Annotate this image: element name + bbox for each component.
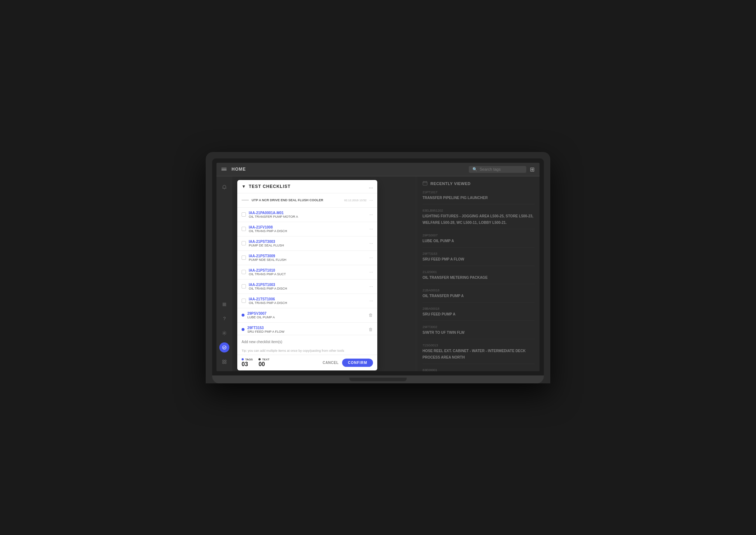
laptop-outer: HOME 🔍 ⊞ [206,152,550,383]
item-checkbox[interactable] [242,212,246,217]
tip-text: Tip: you can add multiple items at once … [237,347,377,355]
list-item-bullet: 29FT3153 SRU FEED PMP A FLOW 🗑 [237,323,377,335]
item-content: IAA-21PST3009 PUMP NDE SEAL FLUSH [249,254,367,262]
item-more-button[interactable]: ··· [369,269,373,275]
item-tag: IAA-21PST3003 [249,240,367,244]
tags-count-group: TAGS 03 [242,358,253,368]
tags-count: 03 [242,361,248,368]
item-bullet-dot [242,328,244,331]
item-tag: IAA-21PST3009 [249,254,367,258]
item-bullet-dot [242,314,244,317]
item-name: OIL TRANS PMP A SUCT [249,272,367,276]
item-content: IAA-21PST1003 OIL TRANS PMP A DISCH [249,283,367,290]
item-more-button[interactable]: ··· [369,255,373,260]
sidebar-icon-list[interactable] [219,299,229,309]
item-name: PUMP NDE SEAL FLUSH [249,258,367,262]
sidebar-icon-bell[interactable] [219,182,229,192]
text-label: TEXT [258,358,269,361]
item-line [242,200,249,200]
main-content: ? [216,176,540,371]
sidebar-icon-settings[interactable] [219,328,229,338]
svg-rect-5 [223,360,224,361]
item-more-button[interactable]: ··· [369,198,373,203]
list-item-bullet: 29PSV3007 LUBE OIL PUMP A 🗑 [237,308,377,323]
menu-button[interactable] [221,168,227,171]
item-tag: IAA-21TST1006 [249,297,367,301]
item-date: 02.12.2019 13:52 [344,199,367,202]
item-more-button[interactable]: ··· [369,298,373,303]
search-bar[interactable]: 🔍 [469,166,526,173]
item-checkbox[interactable] [242,255,246,260]
tags-label: TAGS [242,358,253,361]
collapse-icon[interactable]: ▼ [242,184,246,189]
svg-rect-1 [223,304,226,305]
list-item: IAA-21PST3003 PUMP DE SEAL FLUSH ··· [237,236,377,251]
list-item: IAA-21PST1010 OIL TRANS PMP A SUCT ··· [237,265,377,280]
modal-title: TEST CHECKLIST [249,184,369,189]
item-name: LUBE OIL PUMP A [247,315,366,319]
item-tag: IAA-21PA0001A-M01 [249,211,367,215]
item-tag: IAA-21PST1003 [249,283,367,287]
search-icon: 🔍 [472,167,477,172]
text-count: 00 [258,361,265,368]
laptop-base [212,375,544,383]
list-item: IAA-21PST3009 PUMP NDE SEAL FLUSH ··· [237,251,377,265]
checklist-modal: ▼ TEST CHECKLIST ... [237,180,377,370]
add-item-input[interactable] [242,340,373,344]
item-tag: IAA-21FV1008 [249,225,367,229]
item-checkbox[interactable] [242,241,246,245]
confirm-button[interactable]: CONFIRM [342,359,373,367]
item-more-button[interactable]: ··· [369,212,373,217]
sidebar-icon-active[interactable] [219,342,229,352]
item-name: OIL TRANS PMP A DISCH [249,301,367,305]
svg-rect-8 [225,362,226,364]
laptop-screen: HOME 🔍 ⊞ [216,163,540,371]
svg-rect-7 [223,362,224,364]
sidebar-bottom: ? [219,299,229,367]
modal-overlay: ▼ TEST CHECKLIST ... [232,176,540,371]
item-content: IAA-21TST1006 OIL TRANS PMP A DISCH [249,297,367,305]
item-checkbox[interactable] [242,227,246,231]
checklist-item-first: UTP A NCR DRIVE END SEAL FLUSH COOLER 02… [237,193,377,208]
svg-rect-2 [223,305,226,306]
item-checkbox[interactable] [242,299,246,303]
search-input[interactable] [480,167,523,171]
item-content: UTP A NCR DRIVE END SEAL FLUSH COOLER [252,198,341,202]
modal-more-button[interactable]: ... [369,184,373,189]
item-name: OIL TRANS PMP A DISCH [249,287,367,290]
footer-counts: TAGS 03 TEXT [242,358,323,368]
item-checkbox[interactable] [242,270,246,274]
item-tag: UTP A NCR DRIVE END SEAL FLUSH COOLER [252,198,341,202]
cancel-button[interactable]: CANCEL [323,361,339,365]
content-area: ▼ TEST CHECKLIST ... [232,176,540,371]
text-count-group: TEXT 00 [258,358,269,368]
add-item-row [237,335,377,347]
sidebar-icon-grid[interactable] [219,357,229,367]
item-tag: 29PSV3007 [247,312,366,315]
text-dot [258,358,261,360]
list-item: IAA-21TST1006 OIL TRANS PMP A DISCH ··· [237,294,377,308]
item-name: OIL TRANS PMP A DISCH [249,229,367,233]
svg-rect-0 [223,303,226,304]
item-more-button[interactable]: ··· [369,226,373,231]
svg-point-3 [224,332,225,334]
item-content: 29PSV3007 LUBE OIL PUMP A [247,312,366,319]
svg-point-4 [223,346,226,349]
item-checkbox[interactable] [242,284,246,289]
delete-button[interactable]: 🗑 [369,327,373,332]
checklist-items-list: UTP A NCR DRIVE END SEAL FLUSH COOLER 02… [237,193,377,335]
delete-button[interactable]: 🗑 [369,313,373,318]
modal-footer: TAGS 03 TEXT [237,355,377,370]
scan-icon[interactable]: ⊞ [530,166,535,173]
item-more-button[interactable]: ··· [369,241,373,246]
modal-header: ▼ TEST CHECKLIST ... [237,180,377,193]
item-more-button[interactable]: ··· [369,284,373,289]
laptop-notch [349,378,407,381]
item-content: IAA-21PST1010 OIL TRANS PMP A SUCT [249,268,367,276]
sidebar-icon-help[interactable]: ? [219,314,229,324]
item-name: SRU FEED PMP A FLOW [247,330,366,333]
item-content: 29FT3153 SRU FEED PMP A FLOW [247,326,366,333]
item-name: PUMP DE SEAL FLUSH [249,244,367,247]
app-title: HOME [232,167,469,172]
top-bar: HOME 🔍 ⊞ [216,163,540,176]
